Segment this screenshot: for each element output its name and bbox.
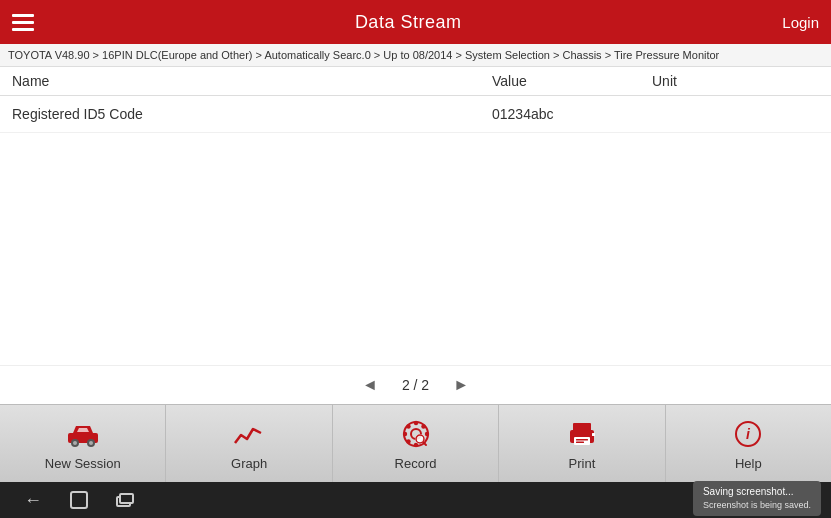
- breadcrumb: TOYOTA V48.90 > 16PIN DLC(Europe and Oth…: [0, 44, 831, 67]
- table-row: Registered ID5 Code 01234abc: [0, 96, 831, 133]
- new-session-button[interactable]: New Session: [0, 405, 166, 482]
- header-title: Data Stream: [355, 12, 462, 33]
- record-button[interactable]: Record: [333, 405, 499, 482]
- page-info: 2 / 2: [402, 377, 429, 393]
- table-body: Registered ID5 Code 01234abc: [0, 96, 831, 365]
- svg-rect-22: [576, 439, 588, 441]
- cell-name: Registered ID5 Code: [12, 106, 492, 122]
- menu-icon[interactable]: [12, 14, 34, 31]
- svg-line-17: [423, 443, 426, 446]
- prev-page-button[interactable]: ◄: [354, 374, 386, 396]
- col-header-name: Name: [12, 73, 492, 89]
- cell-value: 01234abc: [492, 106, 652, 122]
- help-icon: i: [730, 416, 766, 452]
- login-button[interactable]: Login: [782, 14, 819, 31]
- pagination: ◄ 2 / 2 ►: [0, 365, 831, 404]
- help-label: Help: [735, 456, 762, 471]
- svg-rect-20: [574, 437, 590, 445]
- new-session-icon: [65, 416, 101, 452]
- svg-rect-21: [592, 433, 595, 436]
- svg-point-4: [89, 441, 93, 445]
- graph-icon: [231, 416, 267, 452]
- android-nav-bar: ← Saving screenshot... Screenshot is bei…: [0, 482, 831, 518]
- toolbar: New Session Graph: [0, 404, 831, 482]
- svg-rect-23: [576, 442, 584, 444]
- help-button[interactable]: i Help: [666, 405, 831, 482]
- app-header: Data Stream Login: [0, 0, 831, 44]
- svg-point-7: [413, 421, 417, 425]
- col-header-value: Value: [492, 73, 652, 89]
- graph-label: Graph: [231, 456, 267, 471]
- svg-point-11: [406, 424, 410, 428]
- print-icon: [564, 416, 600, 452]
- table-header-row: Name Value Unit: [0, 67, 831, 96]
- screenshot-title: Saving screenshot...: [703, 485, 811, 499]
- record-icon: [398, 416, 434, 452]
- back-button[interactable]: ←: [24, 490, 42, 511]
- svg-point-10: [424, 432, 428, 436]
- print-label: Print: [569, 456, 596, 471]
- new-session-label: New Session: [45, 456, 121, 471]
- svg-point-14: [406, 439, 410, 443]
- next-page-button[interactable]: ►: [445, 374, 477, 396]
- graph-button[interactable]: Graph: [166, 405, 332, 482]
- svg-point-9: [402, 432, 406, 436]
- svg-point-13: [421, 424, 425, 428]
- print-button[interactable]: Print: [499, 405, 665, 482]
- recents-button[interactable]: [116, 493, 134, 507]
- home-button[interactable]: [70, 491, 88, 509]
- screenshot-sub: Screenshot is being saved.: [703, 499, 811, 512]
- nav-controls: ←: [24, 490, 134, 511]
- screenshot-toast: Saving screenshot... Screenshot is being…: [693, 481, 821, 516]
- svg-point-8: [413, 443, 417, 447]
- svg-text:i: i: [746, 426, 751, 442]
- svg-rect-18: [573, 423, 591, 431]
- svg-point-2: [73, 441, 77, 445]
- col-header-unit: Unit: [652, 73, 819, 89]
- record-label: Record: [395, 456, 437, 471]
